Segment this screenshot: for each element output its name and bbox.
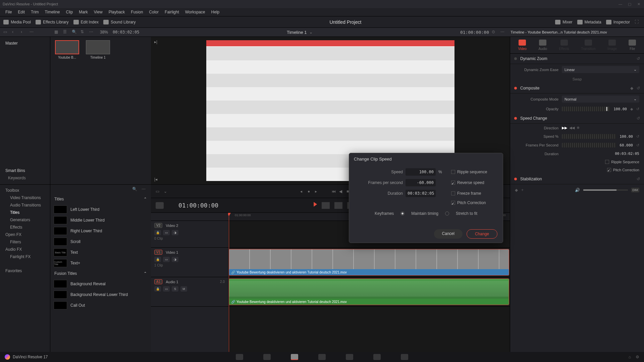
- go-start-icon[interactable]: ⏮: [332, 189, 336, 194]
- reset-icon[interactable]: ↺: [636, 143, 639, 147]
- volume-slider[interactable]: [583, 189, 628, 191]
- ripple-checkbox[interactable]: [605, 160, 609, 164]
- title-left-lower-third[interactable]: Left Lower Third: [50, 204, 151, 215]
- tc-options-icon[interactable]: ⊙: [492, 29, 498, 35]
- fusion-call-out[interactable]: Call Out: [50, 300, 151, 311]
- bin-list-icon[interactable]: ▭: [3, 29, 9, 35]
- track-mute-icon[interactable]: ◑: [172, 230, 178, 235]
- track-header-a1[interactable]: A1Audio 12.0 🔒▭SM: [151, 277, 228, 307]
- tree-toolbox[interactable]: Toolbox: [0, 187, 50, 194]
- menu-file[interactable]: File: [3, 9, 14, 15]
- composite-mode-select[interactable]: Normal⌄: [562, 96, 639, 103]
- change-button[interactable]: Change: [467, 229, 497, 239]
- track-header-v1[interactable]: V1Video 1 🔒▭◑ 1 Clip: [151, 248, 228, 277]
- menu-fusion[interactable]: Fusion: [128, 9, 146, 15]
- fusion-background-reveal[interactable]: Background Reveal: [50, 279, 151, 289]
- duration-input[interactable]: 00:03:02:05: [406, 190, 436, 197]
- media-clip-timeline[interactable]: Timeline 1: [85, 40, 111, 59]
- opacity-slider[interactable]: [562, 107, 610, 111]
- page-cut[interactable]: [263, 354, 271, 360]
- page-fairlight[interactable]: [373, 354, 381, 360]
- dynamic-zoom-ease-select[interactable]: Linear⌄: [562, 66, 639, 73]
- chevron-down-icon[interactable]: ⌄: [309, 30, 313, 35]
- reset-icon[interactable]: ↺: [636, 107, 639, 111]
- trim-tool-icon[interactable]: [322, 202, 330, 209]
- timeline-tc[interactable]: 01:00:00:00: [178, 202, 218, 209]
- section-dynamic-zoom[interactable]: Dynamic Zoom↺: [510, 54, 644, 64]
- tree-audiofx[interactable]: Audio FX: [0, 246, 50, 253]
- expand-icon[interactable]: ⛶: [635, 19, 641, 25]
- add-keyframe-icon[interactable]: +: [521, 188, 524, 192]
- title-text[interactable]: Basic TitleText: [50, 247, 151, 258]
- pitch-correction-checkbox[interactable]: [451, 201, 455, 205]
- tree-openfx[interactable]: Open FX: [0, 231, 50, 238]
- inspector-tab-video[interactable]: Video: [518, 40, 527, 51]
- stretch-to-fit-radio[interactable]: [445, 212, 449, 216]
- titles-section-header[interactable]: Titles⌃: [50, 194, 151, 204]
- tree-filters[interactable]: Filters: [0, 238, 50, 246]
- keywords-bin[interactable]: Keywords: [3, 174, 47, 182]
- track-header-v2[interactable]: V2Video 2 🔒▭◑ 0 Clip: [151, 221, 228, 248]
- page-fusion[interactable]: [318, 354, 326, 360]
- media-pool-toggle[interactable]: Media Pool: [3, 20, 31, 24]
- effects-library-toggle[interactable]: Effects Library: [36, 20, 68, 24]
- inspector-tab-file[interactable]: File: [629, 40, 636, 51]
- reset-icon[interactable]: ↺: [637, 116, 640, 121]
- menu-timeline[interactable]: Timeline: [42, 9, 63, 15]
- close-icon[interactable]: ✕: [637, 2, 641, 6]
- tree-titles[interactable]: Titles: [0, 209, 50, 216]
- track-enable-icon[interactable]: ▭: [163, 230, 170, 235]
- freeze-frame-checkbox[interactable]: [451, 191, 455, 195]
- fps-value[interactable]: 60.000: [620, 143, 633, 147]
- search-icon[interactable]: 🔍: [72, 29, 78, 35]
- duration-value[interactable]: 00:03:02:05: [615, 152, 639, 156]
- mixer-toggle[interactable]: Mixer: [555, 20, 572, 24]
- title-text-plus[interactable]: Custom TitleText+: [50, 258, 151, 268]
- page-color[interactable]: [346, 354, 353, 360]
- page-media[interactable]: [236, 354, 243, 360]
- menu-color[interactable]: Color: [146, 9, 161, 15]
- section-stabilization[interactable]: Stabilization↺: [510, 174, 644, 184]
- viewer-zoom[interactable]: 38%: [100, 30, 108, 35]
- video-clip[interactable]: 🔗Youtube Bewertung deaktivieren und akti…: [229, 249, 509, 276]
- sort-icon[interactable]: ⇅: [80, 29, 87, 35]
- inspector-tab-audio[interactable]: Audio: [538, 40, 547, 51]
- playhead[interactable]: [229, 213, 229, 352]
- speed-slider[interactable]: [562, 134, 616, 139]
- cancel-button[interactable]: Cancel: [434, 229, 463, 239]
- options-icon[interactable]: ⋯: [89, 29, 95, 35]
- minimize-icon[interactable]: —: [619, 2, 623, 6]
- mark-in-icon[interactable]: ▸|: [154, 40, 157, 44]
- mark-out-icon[interactable]: |◂: [154, 177, 157, 182]
- list-options-icon[interactable]: ⋯: [142, 187, 148, 192]
- volume-icon[interactable]: 🔊: [575, 188, 580, 192]
- reverse-icon[interactable]: ◀: [339, 189, 344, 194]
- swap-button[interactable]: Swap: [573, 77, 582, 81]
- track-lane-a1[interactable]: 🔗Youtube Bewertung deaktivieren und akti…: [228, 277, 510, 307]
- lock-icon[interactable]: 🔒: [154, 230, 161, 235]
- inspector-toggle[interactable]: Inspector: [606, 20, 630, 24]
- view-mode-icon[interactable]: ▭: [156, 189, 160, 194]
- thumb-view-icon[interactable]: ▦: [54, 29, 60, 35]
- prev-edit-icon[interactable]: ◂: [300, 189, 305, 194]
- menu-workspace[interactable]: Workspace: [182, 9, 208, 15]
- track-enable-icon[interactable]: ▭: [163, 257, 170, 262]
- home-icon[interactable]: ⌂: [629, 355, 631, 359]
- title-middle-lower-third[interactable]: Middle Lower Third: [50, 215, 151, 226]
- keyframe-icon[interactable]: ◆: [630, 86, 633, 90]
- page-deliver[interactable]: [401, 354, 408, 360]
- tree-fairlightfx[interactable]: Fairlight FX: [0, 253, 50, 260]
- next-edit-icon[interactable]: ▸: [315, 189, 320, 194]
- menu-playback[interactable]: Playback: [106, 9, 128, 15]
- menu-fairlight[interactable]: Fairlight: [162, 9, 182, 15]
- maximize-icon[interactable]: ▢: [628, 2, 632, 6]
- menu-clip[interactable]: Clip: [63, 9, 75, 15]
- pitch-checkbox[interactable]: [607, 168, 611, 172]
- ripple-sequence-checkbox[interactable]: [451, 170, 455, 174]
- tree-generators[interactable]: Generators: [0, 216, 50, 224]
- menu-help[interactable]: Help: [209, 9, 222, 15]
- page-edit[interactable]: [291, 354, 298, 360]
- more-icon[interactable]: ⋯: [30, 29, 36, 35]
- tree-audio-transitions[interactable]: Audio Transitions: [0, 201, 50, 209]
- speed-value[interactable]: 100.00: [620, 134, 633, 139]
